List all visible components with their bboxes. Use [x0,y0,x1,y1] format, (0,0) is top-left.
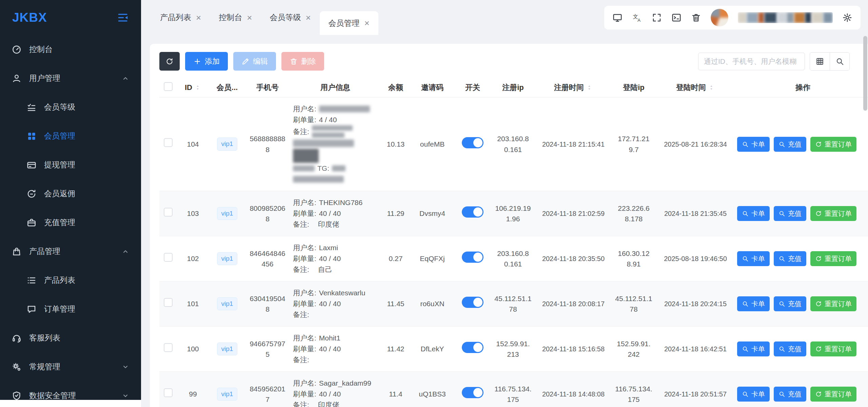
row-checkbox[interactable] [164,138,173,147]
action-reset-order-button[interactable]: 重置订单 [810,251,856,266]
col-reg_time[interactable]: 注册时间 [535,78,612,97]
cell-register-time: 2024-11-18 20:35:50 [535,236,612,281]
sidebar-item-user-management[interactable]: 用户管理 [0,64,141,93]
cell-balance: 11.45 [381,281,410,327]
toolbar: 添加 编辑 删除 [159,52,868,71]
columns-button[interactable] [810,53,830,70]
avatar[interactable] [711,9,728,26]
text-value: Mohit1 [319,333,340,344]
search-input[interactable] [698,53,805,70]
sidebar-item-general-management[interactable]: 常规管理 [0,352,141,381]
action-recharge-button[interactable]: 充值 [774,296,806,311]
scrollbar-thumb[interactable] [863,36,867,111]
column-label: 登陆时间 [676,82,706,93]
status-toggle[interactable] [462,137,484,148]
status-toggle[interactable] [462,342,484,353]
gear-icon[interactable] [842,13,852,23]
action-card-order-button[interactable]: 卡单 [737,206,770,221]
sidebar-item-dashboard[interactable]: 控制台 [0,35,141,64]
status-toggle[interactable] [462,252,484,263]
action-card-order-button[interactable]: 卡单 [737,251,770,266]
column-header: 用户信息 [320,82,350,93]
refresh-button[interactable] [159,52,180,71]
sidebar-item-label: 数据安全管理 [29,390,76,400]
delete-button[interactable]: 删除 [281,52,324,71]
user-info-line: 用户名:Laxmi [293,242,378,253]
action-reset-order-button[interactable]: 重置订单 [810,206,856,221]
row-checkbox[interactable] [164,388,173,397]
sidebar-item-member-management[interactable]: 会员管理 [0,122,141,150]
action-recharge-button[interactable]: 充值 [774,206,806,221]
status-toggle[interactable] [462,297,484,308]
sidebar-item-member-rebate[interactable]: 会员返佣 [0,179,141,208]
grid-icon [26,131,37,141]
status-toggle[interactable] [462,206,484,218]
action-reset-order-button[interactable]: 重置订单 [810,296,856,311]
tab-product-list[interactable]: 产品列表× [151,0,210,35]
action-recharge-button[interactable]: 充值 [774,341,806,356]
row-checkbox[interactable] [164,298,173,307]
edit-button[interactable]: 编辑 [233,52,276,71]
table-header-row: ID会员...手机号用户信息余额邀请码开关注册ip注册时间登陆ip登陆时间操作 [159,78,868,97]
close-icon[interactable]: × [247,13,252,22]
close-icon[interactable]: × [196,13,201,22]
status-toggle[interactable] [462,387,484,398]
action-reset-order-button[interactable]: 重置订单 [810,341,856,356]
row-checkbox[interactable] [164,253,173,262]
chevron-down-icon [121,392,130,400]
sidebar-item-withdraw-management[interactable]: 提现管理 [0,150,141,179]
action-card-order-button[interactable]: 卡单 [737,341,770,356]
sidebar-item-recharge-management[interactable]: 充值管理 [0,208,141,237]
sidebar-item-service-list[interactable]: 客服列表 [0,323,141,352]
trash-icon [290,57,298,66]
action-reset-order-button[interactable]: 重置订单 [810,137,856,152]
tab-member-level[interactable]: 会员等级× [261,0,319,35]
terminal-icon[interactable] [671,13,682,23]
sidebar-item-label: 产品列表 [44,275,75,285]
user-info-line: 刷单量:40 / 40 [293,344,378,354]
row-checkbox[interactable] [164,343,173,352]
text-value: 40 / 40 [319,208,341,219]
dashboard-icon [12,44,22,55]
sidebar-item-product-management[interactable]: 产品管理 [0,237,141,266]
close-icon[interactable]: × [364,19,370,27]
trash-icon[interactable] [691,13,701,23]
edit-button-label: 编辑 [253,56,268,67]
col-id[interactable]: ID [177,78,209,97]
table-row: 103vip18009852068用户名:THEKING786刷单量:40 / … [159,191,868,236]
close-icon[interactable]: × [305,13,311,22]
action-card-order-button[interactable]: 卡单 [737,296,770,311]
col-login_time[interactable]: 登陆时间 [656,78,735,97]
sort-icon [586,84,593,92]
action-recharge-button[interactable]: 充值 [774,137,806,152]
cell-id: 103 [177,191,209,236]
add-button[interactable]: 添加 [185,52,228,71]
column-label: 开关 [465,82,480,93]
cell-register-time: 2024-11-18 15:16:58 [535,327,612,372]
sidebar-collapse-icon[interactable] [117,12,129,24]
list-icon [26,275,37,285]
text-value: THEKING786 [319,197,362,208]
search-button[interactable] [830,53,849,70]
magnifier-icon [742,300,749,307]
row-checkbox[interactable] [164,208,173,217]
tab-member-management[interactable]: 会员管理× [320,11,378,35]
select-all-checkbox[interactable] [164,82,173,91]
fullscreen-icon[interactable] [652,13,662,23]
action-recharge-button[interactable]: 充值 [774,387,806,402]
cell-balance: 0.27 [381,236,410,281]
action-card-order-button[interactable]: 卡单 [737,137,770,152]
tab-console[interactable]: 控制台× [210,0,261,35]
action-card-order-button[interactable]: 卡单 [737,387,770,402]
sidebar-item-member-level[interactable]: 会员等级 [0,93,141,122]
sidebar-item-order-management[interactable]: 订单管理 [0,295,141,323]
monitor-icon[interactable] [612,13,623,23]
cell-invite-code: oufeMB [410,97,454,191]
window-scrollbar[interactable] [863,0,867,407]
action-reset-order-button[interactable]: 重置订单 [810,387,856,402]
translate-icon[interactable]: 文A [632,13,642,23]
action-recharge-button[interactable]: 充值 [774,251,806,266]
field-label: 刷单量: [293,389,316,400]
sidebar-item-product-list[interactable]: 产品列表 [0,266,141,295]
sidebar-item-data-security[interactable]: 数据安全管理 [0,381,141,400]
